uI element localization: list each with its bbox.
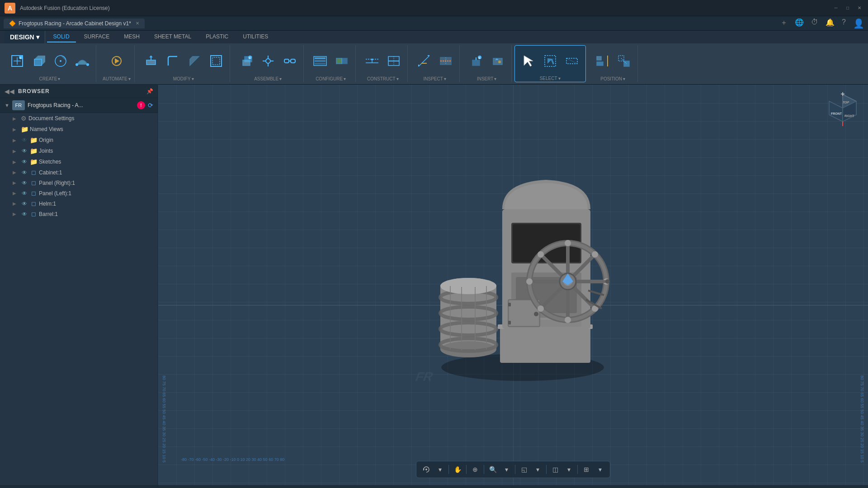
select-dropdown-button[interactable] [562,52,582,70]
user-avatar[interactable]: 👤 [853,18,864,29]
tab-close-button[interactable]: ✕ [136,21,139,26]
position-label: POSITION ▾ [600,76,625,81]
modify-items [141,46,226,75]
component-icon: ◻ [30,190,37,197]
minimize-button[interactable]: ─ [832,4,840,12]
notifications-icon[interactable]: 🔔 [826,18,835,29]
svg-rect-52 [472,60,480,66]
browser-item-helm[interactable]: ▶ 👁 ◻ Helm:1 [0,198,158,209]
display-mode-dropdown[interactable]: ▾ [531,463,544,476]
design-button[interactable]: DESIGN ▾ [5,31,45,43]
titlebar: A Autodesk Fusion (Education License) ─ … [0,0,868,16]
create-sketch-button[interactable]: + [7,52,27,70]
motion-link-button[interactable] [280,52,300,70]
automate-button[interactable] [107,52,127,70]
browser-item-barrel[interactable]: ▶ 👁 ◻ Barrel:1 [0,209,158,219]
decal-button[interactable] [488,52,508,70]
box-select-button[interactable] [540,52,560,70]
browser-item-panel-left[interactable]: ▶ 👁 ◻ Panel (Left):1 [0,188,158,198]
svg-point-11 [86,63,89,66]
history-icon[interactable]: ⏱ [811,18,818,29]
bottom-panel: COMMENTS ⚙ ⏮ ◀ ▶ ▶▶ ⏭ [0,485,868,488]
joint-button[interactable] [258,52,278,70]
browser-item-named-views[interactable]: ▶ 📁 Named Views [0,124,158,135]
svg-text:RIGHT: RIGHT [844,114,855,117]
comments-section[interactable]: COMMENTS ⚙ [0,486,158,488]
viewport[interactable]: FR TOP FRONT RIGHT [158,85,868,485]
expand-arrow: ▶ [13,116,19,121]
zoom-dropdown-button[interactable]: ▾ [500,463,513,476]
expand-arrow: ▶ [13,138,19,143]
navigation-cube[interactable]: TOP FRONT RIGHT [825,92,861,128]
shell-button[interactable] [206,52,226,70]
orbit-dropdown-button[interactable]: ▾ [434,463,446,476]
svg-rect-34 [315,63,326,65]
close-button[interactable]: ✕ [855,4,863,12]
help-icon[interactable]: ? [842,18,846,29]
svg-rect-36 [336,58,342,64]
tab-solid[interactable]: SOLID [47,32,76,42]
zoom-button[interactable]: 🔍 [486,463,499,476]
inspect-label: INSPECT ▾ [423,76,446,81]
parameters-button[interactable] [310,52,330,70]
insert-derive-button[interactable]: + [466,52,486,70]
new-component-button[interactable]: + [236,52,256,70]
display-mode-button[interactable]: ◱ [518,463,530,476]
midplane-button[interactable] [384,52,404,70]
browser-item-doc-settings[interactable]: ▶ ⚙ Document Settings [0,113,158,124]
orbit-button[interactable] [420,463,433,476]
document-tab[interactable]: 🔶 Frogtopus Racing - Arcade Cabinet Desi… [4,19,145,28]
expand-arrow: ▶ [13,170,19,175]
tab-surface[interactable]: SURFACE [78,32,116,42]
browser-item-origin[interactable]: ▶ 👁 📁 Origin [0,135,158,145]
sync-badge[interactable]: ⟳ [148,102,153,109]
item-label: Panel (Right):1 [39,180,155,186]
browser-item-cabinet[interactable]: ▶ 👁 ◻ Cabinet:1 [0,167,158,178]
position-dropdown-button[interactable] [614,52,634,70]
expand-arrow: ▶ [13,211,19,216]
extrude-button[interactable] [29,52,49,70]
tab-plastic[interactable]: PLASTIC [199,32,235,42]
grid-settings-dropdown[interactable]: ▾ [594,463,606,476]
visual-style-dropdown[interactable]: ▾ [562,463,575,476]
item-label: Origin [39,137,155,143]
browser-pin-button[interactable]: 📌 [146,88,153,94]
svg-rect-19 [212,57,220,65]
offset-plane-button[interactable] [362,52,382,70]
sweep-icon [75,54,90,68]
new-tab-button[interactable]: ＋ [780,18,788,29]
browser-root-item[interactable]: ▼ FR Frogtopus Racing - A... ! ⟳ [0,98,158,113]
align-button[interactable] [592,52,612,70]
sweep-button[interactable] [72,52,92,70]
pan-button[interactable]: ✋ [451,463,464,476]
zoom-fit-button[interactable]: ⊕ [469,463,481,476]
automate-icon [109,54,124,68]
fillet-button[interactable] [163,52,183,70]
configure-label: CONFIGURE ▾ [316,76,346,81]
browser-item-joints[interactable]: ▶ 👁 📁 Joints [0,145,158,156]
tab-mesh[interactable]: MESH [118,32,146,42]
svg-text:FR: FR [414,370,436,384]
section-analysis-button[interactable] [436,52,456,70]
press-pull-button[interactable] [141,52,161,70]
y-axis-labels-right: 80 75 70 65 60 55 50 45 40 35 30 25 20 1… [860,375,864,463]
tab-sheet-metal[interactable]: SHEET METAL [148,32,198,42]
align-icon [595,54,609,68]
svg-rect-32 [315,57,326,59]
browser-item-sketches[interactable]: ▶ 👁 📁 Sketches [0,156,158,167]
modify-label: MODIFY ▾ [173,76,194,81]
grid-settings-button[interactable]: ⊞ [580,463,593,476]
measure-button[interactable] [414,52,434,70]
revolve-button[interactable] [51,52,71,70]
browser-collapse-button[interactable]: ◀◀ [5,88,14,95]
tab-utilities[interactable]: UTILITIES [236,32,274,42]
browser-item-panel-right[interactable]: ▶ 👁 ◻ Panel (Right):1 [0,178,158,188]
globe-icon[interactable]: 🌐 [795,18,804,29]
chamfer-button[interactable] [184,52,204,70]
rule-button[interactable] [332,52,352,70]
maximize-button[interactable]: □ [844,4,852,12]
barrel-group [440,278,496,357]
select-button[interactable] [519,52,538,70]
visual-style-button[interactable]: ◫ [549,463,561,476]
root-title: Frogtopus Racing - A... [28,102,134,108]
